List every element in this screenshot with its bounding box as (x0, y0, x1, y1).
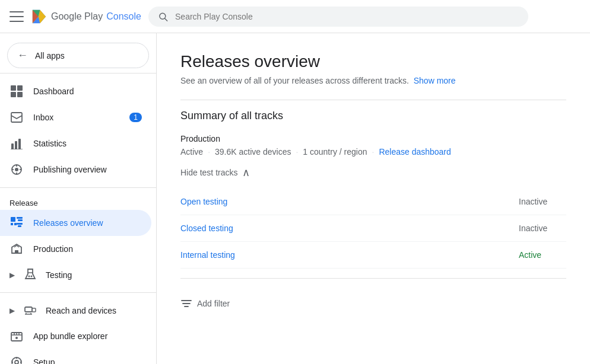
open-testing-row: Open testing Inactive (180, 189, 566, 215)
logo-text-console: Console (106, 11, 141, 22)
sidebar-divider-2 (0, 187, 156, 188)
layout: ← All apps Dashboard (0, 33, 590, 364)
chevron-up-icon: ∧ (242, 166, 250, 179)
show-more-link[interactable]: Show more (414, 76, 456, 85)
sidebar-item-production-label: Production (33, 244, 142, 254)
svg-rect-12 (15, 141, 17, 149)
open-testing-link[interactable]: Open testing (180, 197, 519, 206)
sidebar-item-setup[interactable]: Setup (0, 349, 151, 364)
svg-rect-21 (11, 217, 15, 222)
svg-rect-23 (11, 223, 13, 225)
sidebar-item-releases-overview-label: Releases overview (33, 218, 142, 228)
dashboard-icon (9, 84, 24, 98)
svg-rect-22 (17, 217, 23, 219)
svg-rect-13 (18, 139, 21, 149)
testing-expand-arrow-icon: ▶ (9, 271, 15, 279)
svg-rect-9 (17, 92, 23, 97)
sidebar-item-statistics-label: Statistics (33, 139, 142, 148)
sidebar-divider-1 (0, 73, 156, 74)
releases-overview-icon (9, 216, 24, 230)
svg-line-5 (165, 18, 167, 21)
svg-rect-33 (32, 308, 36, 312)
svg-rect-27 (18, 225, 21, 227)
svg-rect-32 (25, 307, 32, 312)
subtitle-text: See an overview of all of your releases … (180, 76, 411, 85)
production-active-devices: 39.6K active devices (215, 147, 291, 157)
sidebar-item-reach-label: Reach and devices (46, 306, 116, 315)
production-track-details: Active · 39.6K active devices · 1 countr… (180, 147, 566, 157)
testing-icon (24, 268, 36, 282)
closed-testing-link[interactable]: Closed testing (180, 223, 519, 233)
production-track: Production Active · 39.6K active devices… (180, 134, 566, 157)
all-apps-button[interactable]: ← All apps (7, 43, 149, 68)
search-input[interactable] (175, 12, 519, 21)
sep1: · (208, 147, 210, 157)
inbox-badge: 1 (129, 113, 142, 122)
release-section-header: Release (0, 193, 156, 210)
sidebar-item-dashboard-label: Dashboard (33, 87, 142, 96)
topbar: Google Play Console (0, 0, 590, 33)
sidebar-item-reach[interactable]: ▶ Reach and devices (0, 298, 151, 323)
sidebar-item-dashboard[interactable]: Dashboard (0, 78, 151, 104)
sidebar-item-releases-overview[interactable]: Releases overview (0, 210, 151, 236)
sidebar-item-bundle-label: App bundle explorer (33, 331, 142, 341)
sidebar-item-setup-label: Setup (33, 357, 142, 364)
production-track-name: Production (180, 134, 566, 143)
svg-rect-25 (17, 223, 23, 225)
svg-rect-28 (15, 250, 18, 253)
svg-rect-26 (18, 219, 23, 221)
sep3: · (372, 147, 374, 157)
sep2: · (296, 147, 298, 157)
sidebar-item-publishing[interactable]: Publishing overview (0, 157, 151, 183)
reach-expand-arrow-icon: ▶ (9, 306, 15, 315)
all-apps-label: All apps (35, 51, 65, 60)
internal-testing-row: Internal testing Active (180, 242, 566, 269)
menu-icon[interactable] (9, 9, 24, 24)
release-dashboard-link[interactable]: Release dashboard (379, 147, 451, 157)
filter-icon (180, 298, 192, 309)
sidebar-item-inbox-label: Inbox (33, 113, 120, 122)
test-tracks-list: Open testing Inactive Closed testing Ina… (180, 189, 566, 269)
production-icon (9, 242, 24, 256)
logo[interactable]: Google Play Console (31, 8, 141, 25)
section-divider-1 (180, 100, 566, 100)
svg-point-16 (15, 168, 18, 171)
hide-test-tracks-button[interactable]: Hide test tracks ∧ (180, 166, 566, 179)
sidebar: ← All apps Dashboard (0, 33, 157, 364)
svg-point-41 (15, 337, 18, 339)
section-divider-2 (180, 278, 566, 279)
sidebar-item-production[interactable]: Production (0, 236, 151, 262)
svg-rect-8 (11, 92, 16, 97)
sidebar-divider-3 (0, 292, 156, 293)
bundle-icon (9, 329, 24, 343)
sidebar-item-bundle[interactable]: App bundle explorer (0, 323, 151, 349)
setup-icon (9, 355, 24, 364)
inbox-icon (9, 110, 24, 124)
svg-rect-7 (17, 85, 23, 91)
sidebar-item-inbox[interactable]: Inbox 1 (0, 104, 151, 130)
svg-rect-11 (11, 143, 14, 149)
svg-rect-24 (14, 223, 17, 225)
page-title: Releases overview (180, 52, 566, 71)
back-arrow-icon: ← (17, 49, 28, 62)
search-icon (158, 11, 168, 22)
sidebar-item-testing[interactable]: ▶ Testing (0, 262, 151, 288)
svg-point-31 (31, 276, 33, 277)
logo-text-google: Google Play (51, 11, 103, 22)
add-filter-button[interactable]: Add filter (180, 288, 566, 319)
summary-title: Summary of all tracks (180, 110, 566, 122)
search-bar (148, 7, 528, 27)
main-content: Releases overview See an overview of all… (157, 33, 590, 364)
reach-icon (24, 304, 36, 317)
stats-icon (9, 136, 24, 151)
sidebar-item-statistics[interactable]: Statistics (0, 130, 151, 157)
production-region: 1 country / region (303, 147, 367, 157)
svg-rect-10 (11, 113, 22, 122)
internal-testing-link[interactable]: Internal testing (180, 250, 519, 260)
add-filter-label: Add filter (197, 299, 230, 308)
sidebar-item-publishing-label: Publishing overview (33, 165, 142, 174)
production-status: Active (180, 147, 203, 157)
svg-point-42 (15, 360, 18, 364)
internal-testing-status: Active (519, 250, 566, 260)
closed-testing-row: Closed testing Inactive (180, 215, 566, 242)
